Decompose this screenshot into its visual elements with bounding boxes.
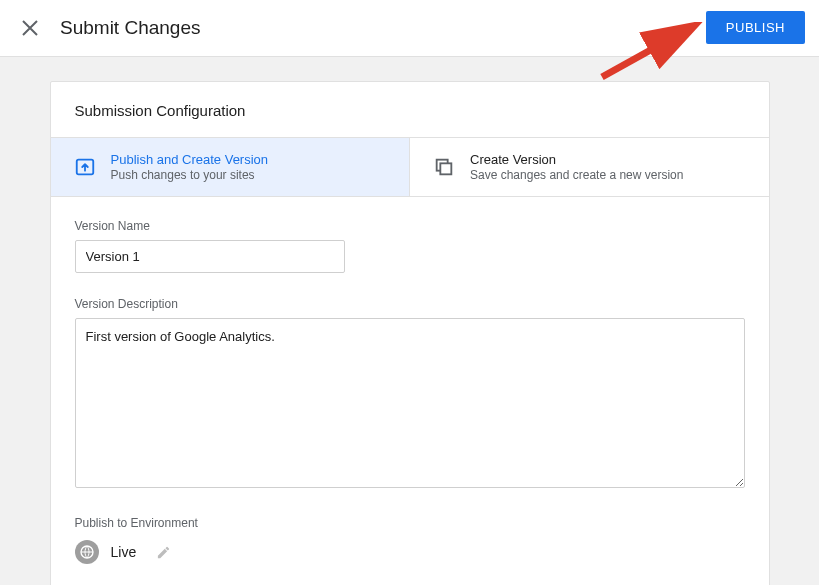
option-text: Publish and Create Version Push changes … <box>111 152 269 182</box>
submission-card: Submission Configuration Publish and Cre… <box>50 81 770 585</box>
environment-row: Live <box>75 540 745 564</box>
pencil-icon[interactable] <box>156 545 171 560</box>
close-icon[interactable] <box>18 16 42 40</box>
publish-env-label: Publish to Environment <box>75 516 745 530</box>
option-publish-and-create[interactable]: Publish and Create Version Push changes … <box>51 138 410 196</box>
option-create-version[interactable]: Create Version Save changes and create a… <box>409 138 769 196</box>
globe-icon <box>75 540 99 564</box>
publish-env-group: Publish to Environment Live <box>75 516 745 564</box>
version-icon <box>432 155 456 179</box>
version-desc-input[interactable] <box>75 318 745 488</box>
version-desc-label: Version Description <box>75 297 745 311</box>
form-section: Version Name Version Description Publish… <box>51 197 769 585</box>
publish-button[interactable]: PUBLISH <box>706 11 805 44</box>
page-title: Submit Changes <box>60 17 200 39</box>
submission-options: Publish and Create Version Push changes … <box>51 138 769 197</box>
option-title: Publish and Create Version <box>111 152 269 167</box>
option-subtitle: Save changes and create a new version <box>470 168 683 182</box>
version-desc-group: Version Description <box>75 297 745 492</box>
card-section-title: Submission Configuration <box>51 82 769 138</box>
environment-name: Live <box>111 544 137 560</box>
version-name-input[interactable] <box>75 240 345 273</box>
version-name-label: Version Name <box>75 219 745 233</box>
publish-icon <box>73 155 97 179</box>
dialog-header: Submit Changes PUBLISH <box>0 0 819 57</box>
option-text: Create Version Save changes and create a… <box>470 152 683 182</box>
option-subtitle: Push changes to your sites <box>111 168 269 182</box>
option-title: Create Version <box>470 152 683 167</box>
version-name-group: Version Name <box>75 219 745 273</box>
svg-rect-2 <box>440 163 451 174</box>
